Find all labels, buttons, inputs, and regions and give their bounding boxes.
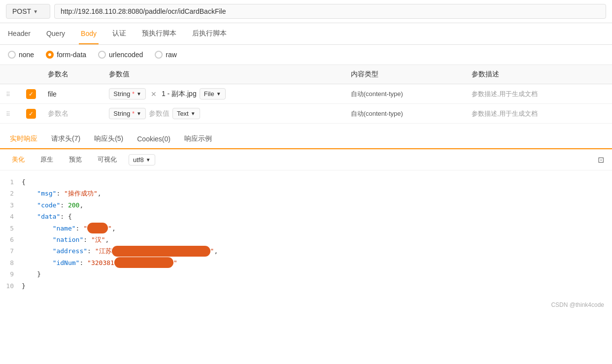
footer-credit: CSDN @think4code	[551, 301, 604, 308]
row1-value: 1 - 副本.jpg	[162, 90, 197, 99]
col-content-type: 内容类型	[345, 65, 466, 84]
row2-type-select[interactable]: String * ▼	[109, 108, 146, 119]
row2-checkbox[interactable]: ✓	[26, 109, 36, 119]
line-num-2: 2	[4, 188, 22, 199]
row1-type-select[interactable]: String * ▼	[109, 88, 146, 99]
params-table: 参数名 参数值 内容类型 参数描述 ⠿ ✓ file String *	[0, 65, 612, 124]
fmt-tab-visual[interactable]: 可视化	[94, 153, 121, 166]
url-bar: POST ▼	[0, 0, 612, 23]
fmt-tab-pretty[interactable]: 美化	[8, 153, 29, 166]
json-viewer: 1 { 2 "msg": "操作成功", 3 "code": 200, 4 "d…	[0, 170, 612, 298]
main-tabs: Header Query Body 认证 预执行脚本 后执行脚本	[0, 23, 612, 45]
line-num-6: 6	[4, 234, 22, 245]
fmt-tab-raw[interactable]: 原生	[36, 153, 57, 166]
json-line-1: 1 {	[0, 176, 612, 188]
tab-body[interactable]: Body	[79, 24, 99, 44]
json-line-3: 3 "code": 200,	[0, 199, 612, 211]
col-param-desc: 参数描述	[466, 65, 612, 84]
line-num-9: 9	[4, 268, 22, 280]
redact-name	[87, 223, 108, 233]
json-line-4: 4 "data": {	[0, 211, 612, 222]
resp-tab-realtime[interactable]: 实时响应	[8, 130, 39, 149]
row2-text-label: Text	[177, 110, 189, 117]
utf8-select[interactable]: utf8 ▼	[129, 154, 155, 165]
resp-tab-request-headers[interactable]: 请求头(7)	[49, 130, 82, 149]
radio-none-circle	[8, 51, 16, 59]
tab-header[interactable]: Header	[6, 24, 33, 44]
fmt-tab-preview[interactable]: 预览	[65, 153, 86, 166]
radio-raw[interactable]: raw	[155, 51, 177, 59]
radio-none-label: none	[19, 51, 34, 59]
radio-urlencoded-label: urlencoded	[109, 51, 143, 59]
row1-type-label: String	[113, 90, 130, 98]
table-row: ⠿ ✓ 参数名 String * ▼ 参数值 Text ▼	[0, 104, 612, 124]
row1-value-clear-icon[interactable]: ✕	[149, 90, 159, 98]
row1-content-type: 自动(content-type)	[351, 90, 403, 98]
resp-tab-response-headers[interactable]: 响应头(5)	[92, 130, 125, 149]
format-tabs: 美化 原生 预览 可视化 utf8 ▼ ⊡	[0, 149, 612, 170]
line-num-8: 8	[4, 257, 22, 268]
response-tabs: 实时响应 请求头(7) 响应头(5) Cookies(0) 响应示例	[0, 130, 612, 149]
col-param-value: 参数值	[103, 65, 344, 84]
json-line-7: 7 "address": "江苏",	[0, 245, 612, 257]
row1-param-desc: 参数描述,用于生成文档	[472, 90, 538, 98]
row2-type-chevron: ▼	[136, 111, 141, 116]
row1-file-badge[interactable]: File ▼	[200, 88, 226, 99]
drag-handle-icon[interactable]: ⠿	[6, 111, 14, 118]
radio-none[interactable]: none	[8, 51, 34, 59]
col-drag	[0, 65, 20, 84]
resp-tab-cookies[interactable]: Cookies(0)	[135, 130, 172, 149]
row1-required-star: *	[132, 91, 135, 98]
radio-form-data[interactable]: form-data	[46, 51, 86, 59]
utf8-chevron: ▼	[146, 157, 151, 163]
radio-raw-circle	[155, 51, 163, 59]
json-line-10: 10 }	[0, 280, 612, 292]
method-select[interactable]: POST ▼	[6, 4, 50, 19]
row2-content-type: 自动(content-type)	[351, 110, 403, 117]
radio-form-data-circle	[46, 51, 54, 59]
row1-checkbox[interactable]: ✓	[26, 89, 36, 99]
method-label: POST	[12, 7, 31, 15]
line-num-10: 10	[4, 280, 22, 292]
radio-urlencoded[interactable]: urlencoded	[98, 51, 143, 59]
json-line-9: 9 }	[0, 268, 612, 280]
line-num-4: 4	[4, 211, 22, 222]
radio-urlencoded-circle	[98, 51, 106, 59]
chevron-down-icon: ▼	[33, 9, 38, 14]
table-row: ⠿ ✓ file String * ▼ ✕ 1 - 副本.jpg	[0, 84, 612, 104]
row2-value: 参数值	[149, 109, 170, 118]
json-line-2: 2 "msg": "操作成功",	[0, 188, 612, 199]
copy-icon[interactable]: ⊡	[598, 155, 604, 165]
line-num-3: 3	[4, 199, 22, 211]
url-input[interactable]	[54, 4, 606, 19]
row2-param-name: 参数名	[48, 109, 68, 117]
json-line-5: 5 "name": "",	[0, 223, 612, 234]
tab-query[interactable]: Query	[44, 24, 67, 44]
row2-required-star: *	[132, 110, 135, 117]
row1-param-name: file	[48, 90, 57, 98]
radio-form-data-label: form-data	[57, 51, 86, 59]
line-num-5: 5	[4, 223, 22, 234]
row2-text-badge[interactable]: Text ▼	[172, 108, 200, 119]
col-check	[20, 65, 42, 84]
drag-handle-icon[interactable]: ⠿	[6, 91, 14, 98]
json-line-8: 8 "idNum": "320381"	[0, 257, 612, 269]
row2-text-chevron: ▼	[191, 111, 196, 116]
row2-type-label: String	[113, 110, 130, 117]
utf8-label: utf8	[133, 156, 144, 164]
redact-idnum	[114, 257, 173, 268]
row1-type-chevron: ▼	[136, 91, 141, 97]
line-num-7: 7	[4, 245, 22, 257]
radio-raw-label: raw	[166, 51, 177, 59]
row2-param-desc: 参数描述,用于生成文档	[472, 110, 538, 117]
tab-post-script[interactable]: 后执行脚本	[190, 23, 229, 45]
row1-file-chevron: ▼	[216, 91, 221, 97]
resp-tab-example[interactable]: 响应示例	[182, 130, 214, 149]
line-num-1: 1	[4, 176, 22, 188]
redact-address	[112, 246, 210, 257]
tab-auth[interactable]: 认证	[110, 23, 128, 45]
tab-pre-script[interactable]: 预执行脚本	[140, 23, 178, 45]
json-line-6: 6 "nation": "汉",	[0, 234, 612, 245]
footer: CSDN @think4code	[0, 298, 612, 312]
row1-file-label: File	[204, 90, 214, 98]
